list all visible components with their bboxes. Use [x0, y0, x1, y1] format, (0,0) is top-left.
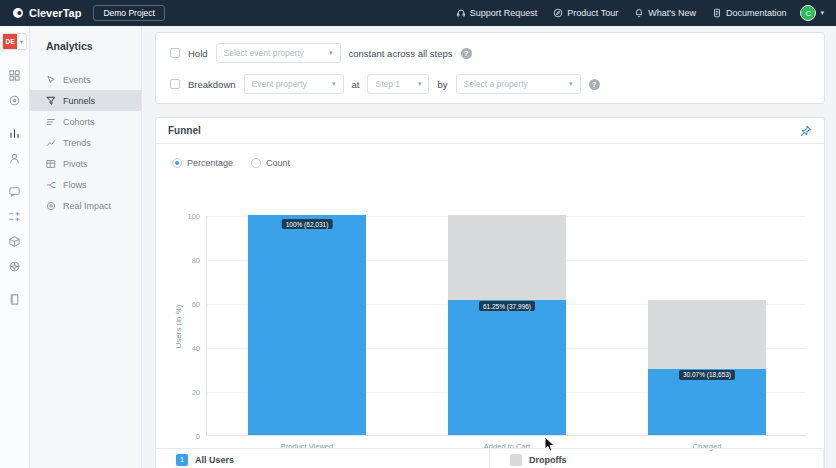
chevron-down-icon: ▾: [329, 49, 333, 57]
main-content: Hold Select event property ▾ constant ac…: [142, 26, 836, 468]
product-tour-link[interactable]: Product Tour: [553, 8, 618, 18]
whats-new-label: What's New: [648, 8, 696, 18]
org-switcher[interactable]: DE▾: [2, 33, 27, 50]
account-menu[interactable]: C ▾: [800, 5, 824, 21]
campaigns-icon[interactable]: [7, 183, 23, 199]
breakdown-info-icon[interactable]: ?: [589, 79, 600, 90]
sidebar-item-label: Cohorts: [63, 117, 95, 127]
bar-value-label: 100% (62,031): [282, 219, 333, 229]
sidebar-item-label: Funnels: [63, 96, 95, 106]
legend-all-users[interactable]: 1 All Users: [156, 449, 490, 468]
real-impact-icon: [46, 201, 56, 211]
count-radio[interactable]: Count: [251, 158, 290, 168]
radio-dot: [172, 158, 182, 168]
docs-icon[interactable]: [7, 291, 23, 307]
display-mode-radios: Percentage Count: [172, 158, 824, 168]
dropdown-placeholder: Event property: [252, 79, 307, 89]
breakdown-by-dropdown[interactable]: Select a property ▾: [456, 74, 581, 94]
bell-icon: [634, 8, 644, 18]
sidebar-item-pivots[interactable]: Pivots: [30, 153, 141, 174]
funnel-card-title: Funnel: [168, 125, 201, 136]
sidebar-item-real-impact[interactable]: Real Impact: [30, 195, 141, 216]
radio-label: Count: [266, 158, 290, 168]
y-tick-label: 60: [192, 300, 200, 309]
support-request-link[interactable]: Support Request: [456, 8, 538, 18]
hold-row: Hold Select event property ▾ constant ac…: [170, 43, 472, 63]
sidebar-item-label: Events: [63, 75, 91, 85]
avatar: C: [800, 5, 816, 21]
funnel-plot: 020406080100100% (62,031)Product Viewed6…: [206, 216, 806, 436]
pivots-icon: [46, 159, 56, 169]
by-label: by: [437, 79, 447, 90]
sidebar-title: Analytics: [46, 40, 141, 52]
sidebar-item-cohorts[interactable]: Cohorts: [30, 111, 141, 132]
dropdown-placeholder: Select event property: [224, 48, 304, 58]
segments-icon[interactable]: [7, 150, 23, 166]
products-icon[interactable]: [7, 233, 23, 249]
help-icon[interactable]: [7, 258, 23, 274]
hold-suffix-label: constant across all steps: [349, 48, 453, 59]
sidebar-menu: Events Funnels Cohorts Trends Pivots Flo…: [30, 69, 141, 216]
funnel-card: Funnel Percentage Count Users (in %) 020…: [155, 117, 825, 468]
breakdown-row: Breakdown Event property ▾ at Step 1 ▾ b…: [170, 74, 600, 94]
dashboard-icon[interactable]: [7, 67, 23, 83]
breakdown-checkbox[interactable]: [170, 79, 180, 89]
legend-label: All Users: [195, 455, 234, 465]
app-window: CleverTap Demo Project Support Request P…: [0, 0, 836, 468]
journeys-icon[interactable]: [7, 208, 23, 224]
sidebar-item-trends[interactable]: Trends: [30, 132, 141, 153]
topbar: CleverTap Demo Project Support Request P…: [0, 0, 836, 26]
hold-checkbox[interactable]: [170, 48, 180, 58]
pin-icon[interactable]: [800, 125, 812, 137]
icon-rail: DE▾: [0, 26, 30, 468]
whats-new-link[interactable]: What's New: [634, 8, 696, 18]
y-axis-title: Users (in %): [172, 216, 184, 436]
radio-dot: [251, 158, 261, 168]
project-selector-button[interactable]: Demo Project: [93, 5, 165, 21]
dropoffs-swatch: [510, 454, 522, 466]
funnel-icon: [46, 96, 56, 106]
mouse-cursor: [544, 436, 556, 453]
all-users-swatch: 1: [176, 454, 188, 466]
events-icon: [46, 75, 56, 85]
sidebar-item-events[interactable]: Events: [30, 69, 141, 90]
y-tick-label: 80: [192, 256, 200, 265]
chevron-down-icon: ▾: [820, 9, 824, 17]
dropdown-placeholder: Select a property: [464, 79, 528, 89]
documentation-label: Documentation: [726, 8, 787, 18]
radio-label: Percentage: [187, 158, 233, 168]
at-label: at: [352, 79, 360, 90]
hold-info-icon[interactable]: ?: [461, 48, 472, 59]
clevertap-logo-icon: [12, 7, 24, 19]
compass-icon: [553, 8, 563, 18]
headset-icon: [456, 8, 466, 18]
chevron-down-icon: ▾: [17, 38, 26, 45]
funnel-card-header: Funnel: [156, 118, 824, 144]
logo-text: CleverTap: [29, 7, 81, 19]
sidebar-item-label: Real Impact: [63, 201, 111, 211]
sidebar-item-flows[interactable]: Flows: [30, 174, 141, 195]
y-tick-label: 40: [192, 344, 200, 353]
trends-icon: [46, 138, 56, 148]
funnel-options-card: Hold Select event property ▾ constant ac…: [155, 32, 825, 104]
breakdown-property-dropdown[interactable]: Event property ▾: [244, 74, 344, 94]
funnel-legend: 1 All Users Dropoffs: [156, 448, 824, 468]
legend-dropoffs[interactable]: Dropoffs: [490, 449, 824, 468]
document-icon: [712, 8, 722, 18]
clevertap-logo[interactable]: CleverTap: [12, 7, 81, 19]
analytics-icon[interactable]: [7, 125, 23, 141]
chevron-down-icon: ▾: [418, 80, 422, 88]
sidebar-item-label: Flows: [63, 180, 87, 190]
funnel-bar-product-viewed[interactable]: [248, 215, 366, 435]
sidebar-item-label: Pivots: [63, 159, 88, 169]
breakdown-step-dropdown[interactable]: Step 1 ▾: [367, 74, 429, 94]
hold-property-dropdown[interactable]: Select event property ▾: [216, 43, 341, 63]
sidebar-item-funnels[interactable]: Funnels: [30, 90, 141, 111]
target-icon[interactable]: [7, 92, 23, 108]
dropdown-placeholder: Step 1: [375, 79, 400, 89]
sidebar-item-label: Trends: [63, 138, 91, 148]
percentage-radio[interactable]: Percentage: [172, 158, 233, 168]
documentation-link[interactable]: Documentation: [712, 8, 787, 18]
product-tour-label: Product Tour: [567, 8, 618, 18]
funnel-bar-added-to-cart[interactable]: [448, 300, 566, 435]
